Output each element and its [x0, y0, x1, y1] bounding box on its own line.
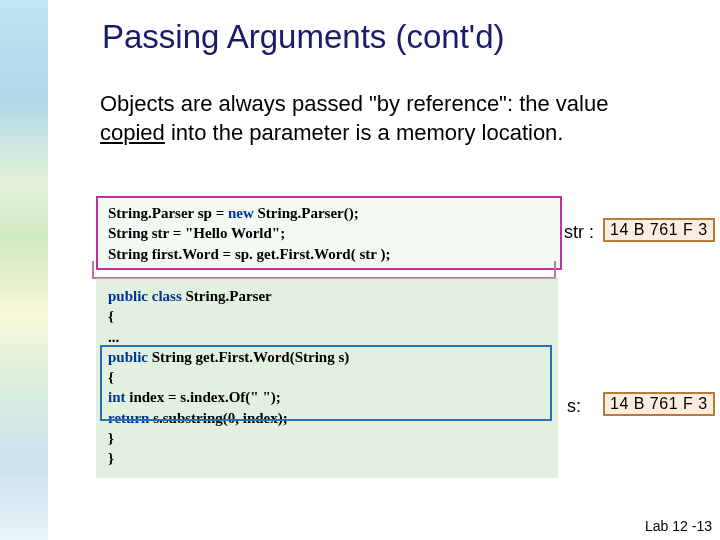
code-keyword: public class: [108, 288, 182, 304]
code-keyword: int: [108, 389, 126, 405]
code-line: String str = "Hello World";: [108, 223, 538, 243]
code-line: s.substring(0, index);: [149, 410, 287, 426]
code-line: String.Parser: [182, 288, 272, 304]
code-line: String first.Word = sp. get.First.Word( …: [108, 244, 538, 264]
code-line: String get.First.Word(String s): [148, 349, 349, 365]
code-block-class: public class String.Parser { ... public …: [108, 286, 538, 468]
slide-body: Objects are always passed "by reference"…: [100, 90, 660, 147]
code-line: String.Parser sp =: [108, 205, 228, 221]
code-block-caller: String.Parser sp = new String.Parser(); …: [108, 203, 538, 264]
body-text-before: Objects are always passed "by reference"…: [100, 91, 608, 116]
code-keyword: public: [108, 349, 148, 365]
code-line: }: [108, 448, 538, 468]
code-line: }: [108, 428, 538, 448]
slide-title: Passing Arguments (cont'd): [102, 18, 505, 56]
title-text: Passing Arguments (cont'd): [102, 18, 505, 55]
code-keyword: new: [228, 205, 254, 221]
body-text-after: into the parameter is a memory location.: [165, 120, 564, 145]
decorative-sidebar: [0, 0, 48, 540]
memory-value-s: 14 B 761 F 3: [603, 392, 715, 416]
code-line: ...: [108, 327, 538, 347]
code-line: index = s.index.Of(" ");: [126, 389, 281, 405]
body-text-underlined: copied: [100, 120, 165, 145]
code-keyword: return: [108, 410, 149, 426]
memory-label-str: str :: [564, 222, 594, 243]
memory-label-s: s:: [567, 396, 581, 417]
code-line: {: [108, 367, 538, 387]
slide-footer: Lab 12 -13: [645, 518, 712, 534]
code-line: {: [108, 306, 538, 326]
code-line: String.Parser();: [254, 205, 359, 221]
memory-value-str: 14 B 761 F 3: [603, 218, 715, 242]
